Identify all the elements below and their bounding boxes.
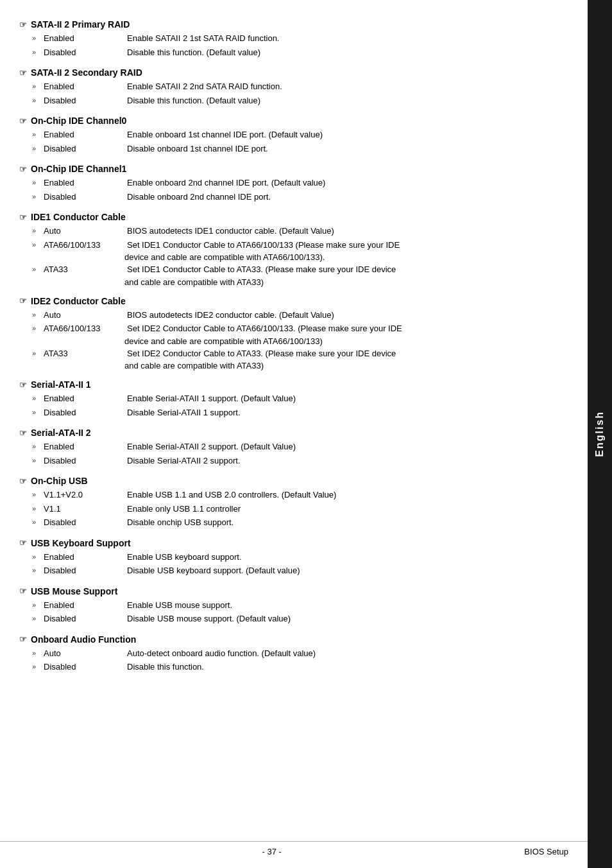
option-bullet: » xyxy=(32,489,41,501)
option-desc: Disable this function. (Default value) xyxy=(127,94,556,107)
option-key: Enabled xyxy=(44,32,127,45)
option-desc: Enable USB 1.1 and USB 2.0 controllers. … xyxy=(127,489,556,501)
option-bullet: » xyxy=(32,239,41,252)
section-title-usb-keyboard-support: ☞USB Keyboard Support xyxy=(19,538,556,548)
option-row: »ATA33Set IDE1 Conductor Cable to ATA33.… xyxy=(32,263,556,276)
sections-container: ☞SATA-II 2 Primary RAID»EnabledEnable SA… xyxy=(19,19,556,673)
option-bullet: » xyxy=(32,551,41,564)
option-key: ATA66/100/133 xyxy=(44,239,127,252)
arrow-icon-sata2-primary-raid: ☞ xyxy=(19,20,27,30)
option-desc: BIOS autodetects IDE1 conductor cable. (… xyxy=(127,225,556,238)
option-desc: Set IDE2 Conductor Cable to ATA33. (Plea… xyxy=(127,347,556,360)
section-title-ide2-conductor-cable: ☞IDE2 Conductor Cable xyxy=(19,296,556,306)
option-key: ATA33 xyxy=(44,263,127,276)
option-row: »DisabledDisable onboard 2nd channel IDE… xyxy=(32,191,556,204)
option-desc: Disable Serial-ATAII 1 support. xyxy=(127,406,556,419)
option-key: Enabled xyxy=(44,80,127,93)
option-bullet: » xyxy=(32,81,41,93)
section-title-text-sata2-primary-raid: SATA-II 2 Primary RAID xyxy=(31,19,130,30)
option-row: »DisabledDisable onboard 1st channel IDE… xyxy=(32,143,556,155)
option-row: »ATA66/100/133Set IDE2 Conductor Cable t… xyxy=(32,322,556,335)
section-title-text-on-chip-ide-channel1: On-Chip IDE Channel1 xyxy=(31,164,126,174)
section-title-sata2-secondary-raid: ☞SATA-II 2 Secondary RAID xyxy=(19,67,556,78)
option-desc: Enable onboard 2nd channel IDE port. (De… xyxy=(127,177,556,189)
section-title-text-usb-mouse-support: USB Mouse Support xyxy=(31,586,117,596)
option-key: Enabled xyxy=(44,440,127,453)
option-bullet: » xyxy=(32,177,41,189)
option-desc: Disable onboard 2nd channel IDE port. xyxy=(127,191,556,204)
option-continuation: and cable are compatible with ATA33) xyxy=(124,361,556,370)
option-desc: Disable this function. (Default value) xyxy=(127,46,556,59)
option-bullet: » xyxy=(32,323,41,335)
option-row: »EnabledEnable SATAII 2 1st SATA RAID fu… xyxy=(32,32,556,45)
section-title-text-usb-keyboard-support: USB Keyboard Support xyxy=(31,538,131,548)
option-desc: Enable Serial-ATAII 2 support. (Default … xyxy=(127,440,556,453)
option-key: Enabled xyxy=(44,392,127,405)
section-ide1-conductor-cable: ☞IDE1 Conductor Cable»AutoBIOS autodetec… xyxy=(19,212,556,287)
option-row: »ATA66/100/133Set IDE1 Conductor Cable t… xyxy=(32,239,556,252)
arrow-icon-sata2-secondary-raid: ☞ xyxy=(19,68,27,78)
option-key: Enabled xyxy=(44,599,127,612)
footer-page-number: - 37 - xyxy=(19,847,524,856)
section-title-text-on-chip-ide-channel0: On-Chip IDE Channel0 xyxy=(31,116,126,126)
option-key: Disabled xyxy=(44,46,127,59)
option-bullet: » xyxy=(32,407,41,419)
option-row: »EnabledEnable Serial-ATAII 2 support. (… xyxy=(32,440,556,453)
section-title-text-sata2-secondary-raid: SATA-II 2 Secondary RAID xyxy=(31,67,142,78)
option-desc: Enable USB mouse support. xyxy=(127,599,556,612)
option-bullet: » xyxy=(32,95,41,107)
option-key: Auto xyxy=(44,225,127,238)
option-bullet: » xyxy=(32,348,41,360)
footer: - 37 - BIOS Setup xyxy=(0,841,588,856)
arrow-icon-onboard-audio-function: ☞ xyxy=(19,634,27,644)
sidebar-label: English xyxy=(594,411,606,457)
option-bullet: » xyxy=(32,143,41,155)
option-desc: Enable SATAII 2 1st SATA RAID function. xyxy=(127,32,556,45)
section-on-chip-ide-channel1: ☞On-Chip IDE Channel1»EnabledEnable onbo… xyxy=(19,164,556,203)
option-desc: BIOS autodetects IDE2 conductor cable. (… xyxy=(127,309,556,322)
option-row: »DisabledDisable USB keyboard support. (… xyxy=(32,564,556,577)
option-row: »DisabledDisable Serial-ATAII 1 support. xyxy=(32,406,556,419)
section-title-onboard-audio-function: ☞Onboard Audio Function xyxy=(19,634,556,645)
option-key: Disabled xyxy=(44,143,127,155)
option-desc: Auto-detect onboard audio function. (Def… xyxy=(127,647,556,660)
option-desc: Enable USB keyboard support. xyxy=(127,551,556,564)
option-bullet: » xyxy=(32,661,41,673)
option-bullet: » xyxy=(32,517,41,529)
option-desc: Set IDE1 Conductor Cable to ATA33. (Plea… xyxy=(127,263,556,276)
section-onboard-audio-function: ☞Onboard Audio Function»AutoAuto-detect … xyxy=(19,634,556,673)
section-title-text-serial-ata2-2: Serial-ATA-II 2 xyxy=(31,428,91,438)
option-key: Disabled xyxy=(44,661,127,673)
section-usb-keyboard-support: ☞USB Keyboard Support»EnabledEnable USB … xyxy=(19,538,556,577)
option-desc: Enable Serial-ATAII 1 support. (Default … xyxy=(127,392,556,405)
arrow-icon-on-chip-ide-channel1: ☞ xyxy=(19,164,27,174)
section-sata2-secondary-raid: ☞SATA-II 2 Secondary RAID»EnabledEnable … xyxy=(19,67,556,107)
option-row: »AutoBIOS autodetects IDE1 conductor cab… xyxy=(32,225,556,238)
option-row: »DisabledDisable this function. (Default… xyxy=(32,46,556,59)
sidebar: English xyxy=(588,0,612,868)
arrow-icon-serial-ata2-1: ☞ xyxy=(19,380,27,390)
option-key: Disabled xyxy=(44,564,127,577)
section-title-text-ide1-conductor-cable: IDE1 Conductor Cable xyxy=(31,212,126,222)
option-key: Disabled xyxy=(44,406,127,419)
option-continuation: device and cable are compatible with ATA… xyxy=(124,252,556,262)
option-row: »V1.1+V2.0Enable USB 1.1 and USB 2.0 con… xyxy=(32,489,556,501)
option-key: Disabled xyxy=(44,612,127,625)
option-row: »EnabledEnable SATAII 2 2nd SATA RAID fu… xyxy=(32,80,556,93)
option-bullet: » xyxy=(32,393,41,405)
option-continuation: and cable are compatible with ATA33) xyxy=(124,277,556,287)
option-desc: Enable onboard 1st channel IDE port. (De… xyxy=(127,128,556,141)
arrow-icon-usb-keyboard-support: ☞ xyxy=(19,538,27,548)
page-container: ☞SATA-II 2 Primary RAID»EnabledEnable SA… xyxy=(0,0,612,868)
option-row: »AutoAuto-detect onboard audio function.… xyxy=(32,647,556,660)
section-on-chip-ide-channel0: ☞On-Chip IDE Channel0»EnabledEnable onbo… xyxy=(19,116,556,155)
option-continuation: device and cable are compatible with ATA… xyxy=(124,336,556,346)
option-desc: Disable this function. xyxy=(127,661,556,673)
option-desc: Disable USB mouse support. (Default valu… xyxy=(127,612,556,625)
section-title-serial-ata2-1: ☞Serial-ATA-II 1 xyxy=(19,379,556,390)
arrow-icon-ide2-conductor-cable: ☞ xyxy=(19,296,27,306)
option-row: »V1.1Enable only USB 1.1 controller xyxy=(32,503,556,516)
option-row: »EnabledEnable USB mouse support. xyxy=(32,599,556,612)
option-bullet: » xyxy=(32,191,41,204)
option-desc: Disable USB keyboard support. (Default v… xyxy=(127,564,556,577)
